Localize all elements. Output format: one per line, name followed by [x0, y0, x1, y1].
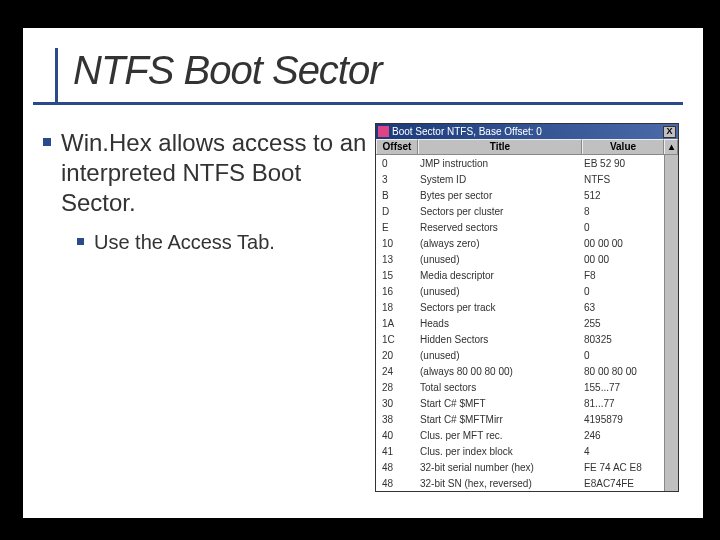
- scrollbar-track[interactable]: [664, 363, 678, 379]
- cell-value: 80325: [582, 334, 664, 345]
- scrollbar-track[interactable]: [664, 267, 678, 283]
- bullet-1: Win.Hex allows access to an interpreted …: [43, 128, 373, 218]
- cell-offset: 15: [376, 270, 418, 281]
- title-row: NTFS Boot Sector: [73, 48, 683, 93]
- cell-offset: B: [376, 190, 418, 201]
- table-row[interactable]: 38Start C# $MFTMirr4195879: [376, 411, 678, 427]
- cell-offset: 20: [376, 350, 418, 361]
- scrollbar-track[interactable]: [664, 203, 678, 219]
- table-row[interactable]: 40Clus. per MFT rec.246: [376, 427, 678, 443]
- app-icon: [378, 126, 389, 137]
- table-row[interactable]: 30Start C# $MFT81...77: [376, 395, 678, 411]
- table-row[interactable]: 24(always 80 00 80 00)80 00 80 00: [376, 363, 678, 379]
- cell-value: 00 00: [582, 254, 664, 265]
- cell-value: 0: [582, 222, 664, 233]
- cell-value: 0: [582, 286, 664, 297]
- cell-offset: 1C: [376, 334, 418, 345]
- cell-offset: E: [376, 222, 418, 233]
- scrollbar-track[interactable]: [664, 411, 678, 427]
- table-row[interactable]: 18Sectors per track63: [376, 299, 678, 315]
- scrollbar-track[interactable]: [664, 187, 678, 203]
- cell-value: 512: [582, 190, 664, 201]
- cell-title: System ID: [418, 174, 582, 185]
- winhex-window: Boot Sector NTFS, Base Offset: 0 X Offse…: [375, 123, 679, 492]
- header-title[interactable]: Title: [418, 139, 582, 154]
- scrollbar-track[interactable]: [664, 459, 678, 475]
- scrollbar-track[interactable]: [664, 427, 678, 443]
- cell-title: (unused): [418, 254, 582, 265]
- scrollbar-track[interactable]: [664, 155, 678, 171]
- bullet-icon: [77, 238, 84, 245]
- cell-title: JMP instruction: [418, 158, 582, 169]
- scrollbar-track[interactable]: [664, 299, 678, 315]
- cell-offset: 10: [376, 238, 418, 249]
- bullet-icon: [43, 138, 51, 146]
- cell-value: 00 00 00: [582, 238, 664, 249]
- cell-value: 0: [582, 350, 664, 361]
- table-row[interactable]: 41Clus. per index block4: [376, 443, 678, 459]
- title-underline: [33, 102, 683, 105]
- table-row[interactable]: EReserved sectors0: [376, 219, 678, 235]
- cell-offset: 28: [376, 382, 418, 393]
- scrollbar-track[interactable]: [664, 395, 678, 411]
- scrollbar-track[interactable]: [664, 379, 678, 395]
- cell-value: 4: [582, 446, 664, 457]
- scrollbar-track[interactable]: [664, 219, 678, 235]
- bullet-1-text: Win.Hex allows access to an interpreted …: [61, 128, 373, 218]
- cell-title: Clus. per MFT rec.: [418, 430, 582, 441]
- table-row[interactable]: 1AHeads255: [376, 315, 678, 331]
- cell-title: Start C# $MFTMirr: [418, 414, 582, 425]
- scrollbar-track[interactable]: [664, 331, 678, 347]
- cell-title: Total sectors: [418, 382, 582, 393]
- table-row[interactable]: DSectors per cluster8: [376, 203, 678, 219]
- cell-value: 80 00 80 00: [582, 366, 664, 377]
- scrollbar-track[interactable]: [664, 475, 678, 491]
- page-title: NTFS Boot Sector: [73, 48, 683, 93]
- scroll-up-icon[interactable]: ▴: [664, 139, 678, 154]
- close-button[interactable]: X: [663, 126, 676, 138]
- cell-offset: 40: [376, 430, 418, 441]
- table-row[interactable]: 0JMP instructionEB 52 90: [376, 155, 678, 171]
- cell-title: Clus. per index block: [418, 446, 582, 457]
- cell-offset: 38: [376, 414, 418, 425]
- table-row[interactable]: BBytes per sector512: [376, 187, 678, 203]
- table-body: 0JMP instructionEB 52 903System IDNTFSBB…: [376, 155, 678, 491]
- table-row[interactable]: 28Total sectors155...77: [376, 379, 678, 395]
- titlebar[interactable]: Boot Sector NTFS, Base Offset: 0 X: [376, 124, 678, 139]
- scrollbar-track[interactable]: [664, 347, 678, 363]
- cell-title: 32-bit serial number (hex): [418, 462, 582, 473]
- cell-value: NTFS: [582, 174, 664, 185]
- cell-offset: 48: [376, 462, 418, 473]
- scrollbar-track[interactable]: [664, 171, 678, 187]
- cell-offset: 13: [376, 254, 418, 265]
- table-row[interactable]: 13(unused)00 00: [376, 251, 678, 267]
- table-row[interactable]: 10(always zero)00 00 00: [376, 235, 678, 251]
- cell-offset: 3: [376, 174, 418, 185]
- cell-offset: 41: [376, 446, 418, 457]
- header-offset[interactable]: Offset: [376, 139, 418, 154]
- body-text: Win.Hex allows access to an interpreted …: [43, 128, 373, 265]
- table-row[interactable]: 15Media descriptorF8: [376, 267, 678, 283]
- table-row[interactable]: 16(unused)0: [376, 283, 678, 299]
- scrollbar-track[interactable]: [664, 235, 678, 251]
- table-header: Offset Title Value ▴: [376, 139, 678, 155]
- scrollbar-track[interactable]: [664, 251, 678, 267]
- cell-title: (unused): [418, 286, 582, 297]
- table-row[interactable]: 3System IDNTFS: [376, 171, 678, 187]
- cell-value: 155...77: [582, 382, 664, 393]
- scrollbar-track[interactable]: [664, 315, 678, 331]
- table-row[interactable]: 4832-bit SN (hex, reversed)E8AC74FE: [376, 475, 678, 491]
- cell-value: E8AC74FE: [582, 478, 664, 489]
- cell-offset: 24: [376, 366, 418, 377]
- header-value[interactable]: Value: [582, 139, 664, 154]
- scrollbar-track[interactable]: [664, 283, 678, 299]
- table-row[interactable]: 4832-bit serial number (hex)FE 74 AC E8: [376, 459, 678, 475]
- table-row[interactable]: 20(unused)0: [376, 347, 678, 363]
- table-row[interactable]: 1CHidden Sectors80325: [376, 331, 678, 347]
- slide: NTFS Boot Sector Win.Hex allows access t…: [23, 28, 703, 518]
- cell-title: Start C# $MFT: [418, 398, 582, 409]
- cell-title: Reserved sectors: [418, 222, 582, 233]
- scrollbar-track[interactable]: [664, 443, 678, 459]
- cell-title: 32-bit SN (hex, reversed): [418, 478, 582, 489]
- cell-value: 4195879: [582, 414, 664, 425]
